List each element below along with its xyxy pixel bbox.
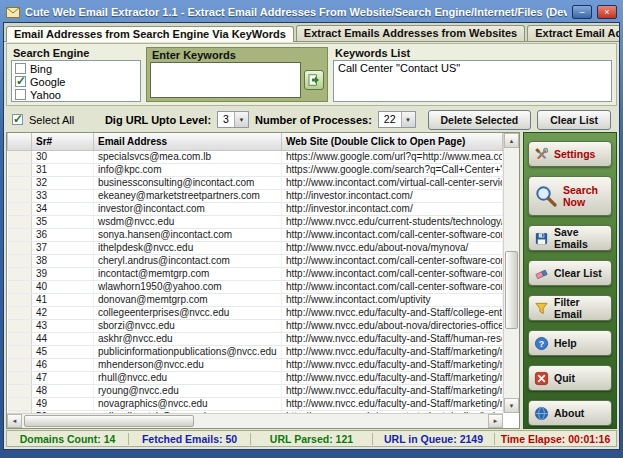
save-emails-button[interactable]: Save Emails	[528, 225, 612, 251]
email-cell[interactable]: ekeaney@marketstreetpartners.com	[94, 189, 282, 202]
col-header-email[interactable]: Email Address	[94, 133, 282, 150]
yahoo-checkbox[interactable]	[15, 89, 26, 100]
website-cell[interactable]: https://www.google.com/url?q=http://www.…	[282, 150, 503, 163]
email-cell[interactable]: specialsvcs@mea.com.lb	[94, 150, 282, 163]
sr-cell[interactable]: 48	[32, 384, 94, 397]
sr-cell[interactable]: 45	[32, 345, 94, 358]
table-row[interactable]: 49novagraphics@nvcc.eduhttp://www.nvcc.e…	[8, 397, 503, 410]
scroll-right-icon[interactable]: ►	[488, 414, 503, 428]
search-engine-option-google[interactable]: Google	[15, 75, 137, 88]
row-selector[interactable]	[8, 189, 32, 202]
row-selector[interactable]	[8, 371, 32, 384]
clear-list-side-button[interactable]: Clear List	[528, 260, 612, 286]
email-cell[interactable]: askhr@nvcc.edu	[94, 332, 282, 345]
table-row[interactable]: 45publicinformationpublications@nvcc.edu…	[8, 345, 503, 358]
row-selector[interactable]	[8, 345, 32, 358]
about-button[interactable]: About	[528, 400, 612, 426]
sr-cell[interactable]: 31	[32, 163, 94, 176]
table-row[interactable]: 37ithelpdesk@nvcc.eduhttp://www.nvcc.edu…	[8, 241, 503, 254]
website-cell[interactable]: https://www.google.com/search?q=Call+Cen…	[282, 163, 503, 176]
email-cell[interactable]: publicinformationpublications@nvcc.edu	[94, 345, 282, 358]
row-selector[interactable]	[8, 202, 32, 215]
row-selector[interactable]	[8, 254, 32, 267]
sr-cell[interactable]: 39	[32, 267, 94, 280]
website-cell[interactable]: http://www.nvcc.edu/current-students/tec…	[282, 215, 503, 228]
email-cell[interactable]: collegeenterprises@nvcc.edu	[94, 306, 282, 319]
sr-cell[interactable]: 47	[32, 371, 94, 384]
email-cell[interactable]: mhenderson@nvcc.edu	[94, 358, 282, 371]
website-cell[interactable]: http://www.incontact.com/call-center-sof…	[282, 267, 503, 280]
row-selector[interactable]	[8, 319, 32, 332]
keywords-textarea[interactable]	[150, 62, 301, 98]
keywords-listbox[interactable]: Call Center "Contact US"	[333, 60, 612, 102]
table-row[interactable]: 34investor@incontact.comhttp://investor.…	[8, 202, 503, 215]
col-header-website[interactable]: Web Site (Double Click to Open Page)	[282, 133, 503, 150]
row-selector[interactable]	[8, 215, 32, 228]
website-cell[interactable]: http://www.nvcc.edu/faculty-and-Staff/co…	[282, 306, 503, 319]
email-cell[interactable]: cheryl.andrus@incontact.com	[94, 254, 282, 267]
website-cell[interactable]: http://www.nvcc.edu/about-nova/mynova/	[282, 241, 503, 254]
email-cell[interactable]: sonya.hansen@incontact.com	[94, 228, 282, 241]
table-row[interactable]: 47rhull@nvcc.eduhttp://www.nvcc.edu/facu…	[8, 371, 503, 384]
add-keywords-button[interactable]	[304, 70, 324, 90]
horizontal-scrollbar[interactable]: ◄ ►	[7, 413, 503, 428]
vertical-scroll-thumb[interactable]	[505, 251, 518, 329]
sr-cell[interactable]: 40	[32, 280, 94, 293]
col-header-sr[interactable]: Sr#	[32, 133, 94, 150]
sr-cell[interactable]: 35	[32, 215, 94, 228]
website-cell[interactable]: http://www.nvcc.edu/faculty-and-Staff/ma…	[282, 345, 503, 358]
row-selector[interactable]	[8, 150, 32, 163]
sr-cell[interactable]: 36	[32, 228, 94, 241]
table-row[interactable]: 38cheryl.andrus@incontact.comhttp://www.…	[8, 254, 503, 267]
website-cell[interactable]: http://investor.incontact.com/	[282, 189, 503, 202]
processes-dropdown[interactable]: 22 ▼	[378, 111, 416, 128]
table-row[interactable]: 39incontact@memtgrp.comhttp://www.incont…	[8, 267, 503, 280]
email-cell[interactable]: ryoung@nvcc.edu	[94, 384, 282, 397]
scroll-up-icon[interactable]: ▲	[504, 133, 519, 148]
website-cell[interactable]: http://www.nvcc.edu/faculty-and-Staff/ma…	[282, 358, 503, 371]
chevron-down-icon[interactable]: ▼	[401, 112, 415, 127]
sr-cell[interactable]: 41	[32, 293, 94, 306]
table-row[interactable]: 36sonya.hansen@incontact.comhttp://www.i…	[8, 228, 503, 241]
row-selector[interactable]	[8, 358, 32, 371]
sr-cell[interactable]: 37	[32, 241, 94, 254]
search-now-button[interactable]: Search Now	[528, 176, 612, 216]
search-engine-option-bing[interactable]: Bing	[15, 62, 137, 75]
email-cell[interactable]: wlawhorn1950@yahoo.com	[94, 280, 282, 293]
sr-cell[interactable]: 32	[32, 176, 94, 189]
website-cell[interactable]: http://www.incontact.com/call-center-sof…	[282, 280, 503, 293]
delete-selected-button[interactable]: Delete Selected	[428, 110, 532, 130]
table-row[interactable]: 32businessconsulting@incontact.comhttp:/…	[8, 176, 503, 189]
row-selector[interactable]	[8, 332, 32, 345]
website-cell[interactable]: http://www.nvcc.edu/faculty-and-Staff/ma…	[282, 384, 503, 397]
sr-cell[interactable]: 43	[32, 319, 94, 332]
row-selector[interactable]	[8, 228, 32, 241]
sr-cell[interactable]: 34	[32, 202, 94, 215]
row-selector[interactable]	[8, 176, 32, 189]
minimize-button[interactable]: –	[572, 5, 592, 19]
email-cell[interactable]: sborzi@nvcc.edu	[94, 319, 282, 332]
sr-cell[interactable]: 42	[32, 306, 94, 319]
website-cell[interactable]: http://www.incontact.com/virtual-call-ce…	[282, 176, 503, 189]
website-cell[interactable]: http://www.nvcc.edu/faculty-and-Staff/ma…	[282, 371, 503, 384]
help-button[interactable]: ? Help	[528, 330, 612, 356]
row-selector[interactable]	[8, 306, 32, 319]
scroll-down-icon[interactable]: ▼	[504, 398, 519, 413]
clear-list-button[interactable]: Clear List	[537, 110, 611, 130]
quit-button[interactable]: Quit	[528, 365, 612, 391]
website-cell[interactable]: http://www.nvcc.edu/faculty-and-Staff/ma…	[282, 397, 503, 410]
table-row[interactable]: 43sborzi@nvcc.eduhttp://www.nvcc.edu/abo…	[8, 319, 503, 332]
email-cell[interactable]: businessconsulting@incontact.com	[94, 176, 282, 189]
bing-checkbox[interactable]	[15, 63, 26, 74]
dig-url-dropdown[interactable]: 3 ▼	[217, 111, 249, 128]
row-selector[interactable]	[8, 397, 32, 410]
website-cell[interactable]: http://www.nvcc.edu/about-nova/directori…	[282, 319, 503, 332]
email-cell[interactable]: incontact@memtgrp.com	[94, 267, 282, 280]
email-cell[interactable]: investor@incontact.com	[94, 202, 282, 215]
table-row[interactable]: 48ryoung@nvcc.eduhttp://www.nvcc.edu/fac…	[8, 384, 503, 397]
table-row[interactable]: 31info@kpc.comhttps://www.google.com/sea…	[8, 163, 503, 176]
row-selector[interactable]	[8, 163, 32, 176]
tab-search-engine[interactable]: Email Addresses from Search Engine Via K…	[6, 26, 294, 42]
table-row[interactable]: 30specialsvcs@mea.com.lbhttps://www.goog…	[8, 150, 503, 163]
sr-cell[interactable]: 30	[32, 150, 94, 163]
